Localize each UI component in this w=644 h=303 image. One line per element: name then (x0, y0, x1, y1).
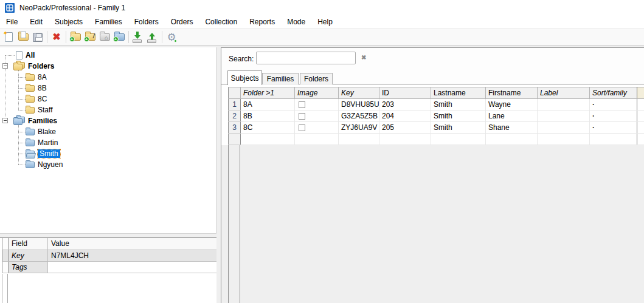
clear-search-icon[interactable]: ✖ (361, 54, 366, 61)
row-number[interactable]: 1 (229, 99, 241, 111)
cell-folder[interactable]: 8B (241, 111, 295, 122)
cell-id[interactable]: 204 (379, 111, 431, 122)
delete-icon: ✖ (52, 32, 60, 42)
toolbar: ✦ ✖ + +/ ⌂ + (0, 29, 644, 46)
cell-key[interactable]: G3ZA5Z5B (339, 111, 379, 122)
cell-folder[interactable]: 8C (241, 122, 295, 134)
tree-item-blake[interactable]: Blake (26, 126, 56, 137)
menu-bar: File Edit Subjects Families Folders Orde… (0, 16, 644, 29)
cell-firstname[interactable]: Lane (486, 111, 538, 122)
field-value[interactable] (48, 261, 216, 273)
cell-key[interactable]: D8VHU85U (339, 99, 379, 111)
cell-sortfamily[interactable]: · (590, 111, 637, 122)
column-header-key[interactable]: Key (339, 87, 379, 99)
open-folder-button[interactable] (16, 30, 30, 44)
column-header-sortfamily[interactable]: Sort/family (590, 87, 637, 99)
cell-lastname[interactable]: Smith (431, 111, 486, 122)
image-checkbox[interactable] (299, 124, 305, 131)
folder-icon (26, 96, 35, 103)
cell-sortfamily[interactable]: · (590, 99, 637, 111)
cell-image[interactable] (295, 111, 339, 122)
menu-subjects[interactable]: Subjects (49, 16, 89, 29)
tree-item-8a[interactable]: 8A (26, 72, 47, 83)
settings-button[interactable]: ⚙ (164, 30, 179, 44)
tree-item-8c[interactable]: 8C (26, 94, 47, 104)
menu-reports[interactable]: Reports (243, 16, 281, 29)
import-button[interactable] (131, 30, 145, 44)
column-header-partial[interactable] (637, 87, 644, 99)
tab-families[interactable]: Families (262, 73, 299, 84)
cell-label[interactable] (538, 122, 590, 134)
tree-item-ngyuen[interactable]: Ngyuen (26, 159, 63, 170)
cell-firstname[interactable]: Wayne (486, 99, 538, 111)
new-document-button[interactable]: ✦ (1, 30, 16, 44)
cell-partial[interactable] (637, 99, 644, 111)
image-checkbox[interactable] (299, 101, 305, 108)
cell-id[interactable]: 203 (379, 99, 431, 111)
image-checkbox[interactable] (299, 113, 305, 120)
save-button[interactable] (30, 30, 45, 44)
row-number[interactable]: 2 (229, 111, 241, 122)
search-input[interactable] (256, 52, 356, 64)
table-row[interactable]: Tags (2, 261, 216, 273)
field-value-table: Field Value Key N7ML4JCH Tags (2, 238, 216, 273)
column-header-label[interactable]: Label (538, 87, 590, 99)
menu-edit[interactable]: Edit (24, 16, 49, 29)
cell-partial[interactable] (637, 122, 644, 134)
column-header-id[interactable]: ID (379, 87, 431, 99)
tab-subjects[interactable]: Subjects (227, 70, 262, 85)
add-family-folder-button[interactable]: + (112, 30, 126, 44)
cell-lastname[interactable]: Smith (431, 99, 486, 111)
menu-file[interactable]: File (0, 16, 24, 29)
tree-item-smith[interactable]: Smith (26, 148, 60, 159)
tree-item-martin[interactable]: Martin (26, 137, 58, 148)
cell-partial[interactable] (637, 111, 644, 122)
column-header-image[interactable]: Image (295, 87, 339, 99)
field-value[interactable]: N7ML4JCH (48, 250, 216, 261)
row-number[interactable] (229, 134, 241, 145)
cell-firstname[interactable]: Shane (486, 122, 538, 134)
table-row[interactable]: 1 8A D8VHU85U 203 Smith Wayne · (229, 99, 644, 111)
tree-item-families[interactable]: Families (13, 115, 57, 126)
cell-id[interactable]: 205 (379, 122, 431, 134)
export-button[interactable] (145, 30, 160, 44)
column-header-lastname[interactable]: Lastname (431, 87, 486, 99)
cell-lastname[interactable]: Smith (431, 122, 486, 134)
row-number[interactable]: 3 (229, 122, 241, 134)
tab-folders[interactable]: Folders (300, 73, 333, 84)
cell-image[interactable] (295, 99, 339, 111)
collapse-toggle-families[interactable] (2, 118, 8, 123)
empty-row[interactable] (229, 134, 644, 145)
tree-item-folders[interactable]: Folders (13, 61, 54, 72)
table-row[interactable]: Key N7ML4JCH (2, 250, 216, 261)
cell-image[interactable] (295, 122, 339, 134)
add-family-folder-icon: + (114, 33, 125, 41)
menu-folders[interactable]: Folders (128, 16, 165, 29)
tree-item-staff[interactable]: Staff (26, 104, 52, 115)
menu-families[interactable]: Families (89, 16, 128, 29)
delete-button[interactable]: ✖ (49, 30, 64, 44)
table-row[interactable]: 3 8C ZYJ6UA9V 205 Smith Shane · (229, 122, 644, 134)
tree-item-all[interactable]: All (16, 50, 35, 61)
menu-collection[interactable]: Collection (199, 16, 243, 29)
menu-mode[interactable]: Mode (281, 16, 311, 29)
add-numbered-folder-button[interactable]: +/ (83, 30, 97, 44)
corner-header[interactable] (229, 87, 241, 99)
home-folder-button[interactable]: ⌂ (97, 30, 112, 44)
column-header-firstname[interactable]: Firstname (486, 87, 538, 99)
field-column-header[interactable]: Field (9, 238, 48, 250)
add-folder-button[interactable]: + (68, 30, 83, 44)
cell-label[interactable] (538, 111, 590, 122)
value-column-header[interactable]: Value (48, 238, 216, 250)
tree-item-8b[interactable]: 8B (26, 83, 47, 94)
cell-label[interactable] (538, 99, 590, 111)
cell-folder[interactable]: 8A (241, 99, 295, 111)
collapse-toggle-folders[interactable] (2, 63, 8, 69)
toolbar-separator (66, 31, 66, 43)
cell-key[interactable]: ZYJ6UA9V (339, 122, 379, 134)
column-header-folder[interactable]: Folder >1 (241, 87, 295, 99)
menu-help[interactable]: Help (311, 16, 339, 29)
menu-orders[interactable]: Orders (165, 16, 199, 29)
table-row[interactable]: 2 8B G3ZA5Z5B 204 Smith Lane · (229, 111, 644, 122)
cell-sortfamily[interactable]: · (590, 122, 637, 134)
